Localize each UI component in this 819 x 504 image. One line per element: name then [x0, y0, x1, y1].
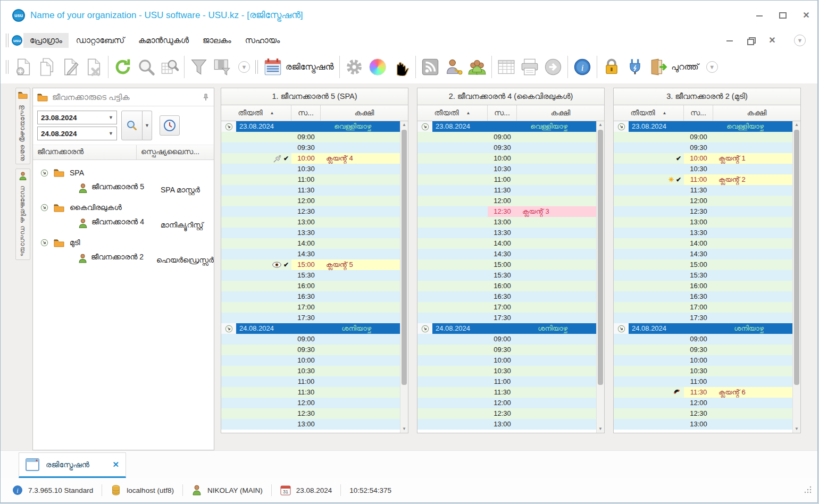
time-slot-row[interactable]: 13:00 [221, 217, 400, 228]
time-slot-row[interactable]: 15:00 [417, 259, 596, 270]
time-slot-row[interactable]: 16:00 [614, 281, 792, 291]
scrollbar-thumb[interactable] [402, 130, 407, 385]
time-slot-row[interactable]: 09:30 [221, 345, 400, 355]
collapse-day-icon[interactable] [221, 121, 236, 132]
resize-grip[interactable] [804, 485, 812, 495]
edit-record-button[interactable] [59, 55, 82, 79]
tab-registration[interactable]: രജിസ്ട്രേഷൻ ✕ [19, 452, 126, 478]
settings-button[interactable] [342, 55, 366, 79]
menu-item-1[interactable]: ഡാറ്റാബേസ് [70, 33, 131, 48]
menu-more-icon[interactable]: ▼ [794, 35, 806, 46]
time-slot-row[interactable]: 10:30 [221, 164, 400, 174]
collapse-day-icon[interactable] [417, 323, 432, 334]
time-slot-row[interactable]: 16:00 [221, 281, 400, 291]
time-slot-row[interactable]: 12:00 [417, 196, 596, 206]
collapse-day-icon[interactable] [417, 121, 432, 132]
time-slot-row[interactable]: 11:00 [417, 376, 596, 387]
collapse-day-icon[interactable] [614, 323, 629, 334]
users-button[interactable] [465, 55, 489, 79]
time-slot-row[interactable]: 15:30 [417, 270, 596, 281]
tree-group-2[interactable]: മുടി [33, 235, 214, 250]
filter-more-icon[interactable]: ▼ [238, 61, 250, 73]
time-slot-row[interactable]: 11:30 [221, 185, 400, 196]
time-slot-row[interactable]: 10:00 [221, 355, 400, 366]
employee-search-button[interactable] [121, 111, 143, 140]
time-slot-row[interactable]: 17:00 [221, 302, 400, 313]
client-column-header[interactable]: കക്ഷി [713, 105, 800, 121]
schedule-scrollbar[interactable]: ▲▼ [792, 121, 800, 433]
time-slot-row[interactable]: 12:00 [417, 398, 596, 408]
scroll-down-icon[interactable]: ▼ [795, 425, 799, 433]
time-slot-row[interactable]: 10:00 [417, 355, 596, 366]
time-slot-row[interactable]: 16:30 [417, 291, 596, 302]
lock-button[interactable] [600, 55, 623, 79]
time-slot-row[interactable]: 13:30 [614, 228, 792, 238]
time-slot-row[interactable]: 09:30 [417, 142, 596, 153]
connection-button[interactable] [623, 55, 647, 79]
new-record-button[interactable] [12, 55, 35, 79]
time-slot-row[interactable]: 14:00 [221, 238, 400, 249]
date-from-input[interactable]: 23.08.2024▼ [37, 111, 117, 124]
side-tab-0[interactable]: ഉപയോക്തൃ മെനു [15, 88, 30, 164]
time-slot-row[interactable]: 13:00 [417, 419, 596, 430]
time-slot-row[interactable]: 10:30 [614, 164, 792, 174]
scroll-up-icon[interactable]: ▲ [598, 121, 603, 129]
schedule-scrollbar[interactable]: ▲▼ [400, 121, 408, 433]
scroll-up-icon[interactable]: ▲ [795, 121, 799, 129]
menu-grip[interactable] [6, 33, 9, 47]
date-row[interactable]: 24.08.2024ശനിയാഴ്ച [417, 323, 596, 334]
specialization-column-header[interactable]: സ്പെഷ്യലൈസ... [137, 145, 204, 159]
date-row[interactable]: 23.08.2024വെള്ളിയാഴ്ച [417, 121, 596, 132]
time-slot-row[interactable]: 17:30 [417, 313, 596, 323]
toolbar-grip[interactable] [6, 60, 9, 74]
registration-report-button[interactable] [261, 55, 285, 79]
time-slot-row[interactable]: 10:30 [221, 366, 400, 376]
time-column-header[interactable]: സ... [684, 105, 713, 121]
time-slot-row[interactable]: 09:00 [417, 334, 596, 345]
time-slot-row[interactable]: 09:30 [614, 345, 792, 355]
time-slot-row[interactable]: 17:30 [614, 313, 792, 323]
employee-column-header[interactable]: ജീവനക്കാരൻ [33, 145, 137, 159]
time-slot-row[interactable]: 11:00 [417, 174, 596, 185]
time-slot-row[interactable]: 09:00 [614, 132, 792, 142]
time-slot-row[interactable]: ✔10:00ക്ലയൻ്റ് 4 [221, 153, 400, 164]
time-slot-row[interactable]: 11:30 [417, 185, 596, 196]
time-slot-row[interactable]: 14:30 [221, 249, 400, 259]
date-row[interactable]: 24.08.2024ശനിയാഴ്ച [614, 323, 792, 334]
search-report-button[interactable] [158, 55, 181, 79]
date-row[interactable]: 23.08.2024വെള്ളിയാഴ്ച [221, 121, 400, 132]
client-column-header[interactable]: കക്ഷി [321, 105, 408, 121]
scroll-down-icon[interactable]: ▼ [402, 425, 406, 433]
time-slot-row[interactable]: 11:30 [614, 185, 792, 196]
time-slot-row[interactable]: 12:30 [614, 408, 792, 419]
time-slot-row[interactable]: 11:00 [221, 376, 400, 387]
collapse-day-icon[interactable] [221, 323, 236, 334]
time-slot-row[interactable]: 10:00 [614, 355, 792, 366]
time-slot-row[interactable]: ✳✔11:00ക്ലയൻ്റ് 2 [614, 174, 792, 185]
schedule-scrollbar[interactable]: ▲▼ [596, 121, 604, 433]
user-access-button[interactable] [442, 55, 465, 79]
time-slot-row[interactable]: 12:30 [221, 408, 400, 419]
time-slot-row[interactable]: 16:00 [417, 281, 596, 291]
delete-record-button[interactable] [82, 55, 105, 79]
time-slot-row[interactable]: 12:30 [614, 206, 792, 217]
info-button[interactable]: i [571, 55, 594, 79]
time-slot-row[interactable]: 14:00 [614, 238, 792, 249]
time-slot-row[interactable]: 13:30 [417, 228, 596, 238]
pin-icon[interactable] [202, 94, 210, 101]
time-column-header[interactable]: സ... [488, 105, 517, 121]
exit-label[interactable]: പുറത്ത് [671, 62, 698, 72]
time-slot-row[interactable]: 17:30 [221, 313, 400, 323]
time-slot-row[interactable]: 13:00 [417, 217, 596, 228]
maximize-button[interactable] [779, 12, 787, 19]
hand-button[interactable] [389, 55, 413, 79]
time-slot-row[interactable]: 14:00 [417, 238, 596, 249]
client-column-header[interactable]: കക്ഷി [517, 105, 604, 121]
time-slot-row[interactable]: 11:00 [614, 376, 792, 387]
table-button[interactable] [495, 55, 518, 79]
scroll-up-icon[interactable]: ▲ [402, 121, 406, 129]
time-slot-row[interactable]: 15:30 [221, 270, 400, 281]
time-slot-row[interactable]: 13:00 [614, 419, 792, 430]
doc-close-button[interactable]: ✕ [768, 37, 776, 44]
time-slot-row[interactable]: 14:30 [614, 249, 792, 259]
